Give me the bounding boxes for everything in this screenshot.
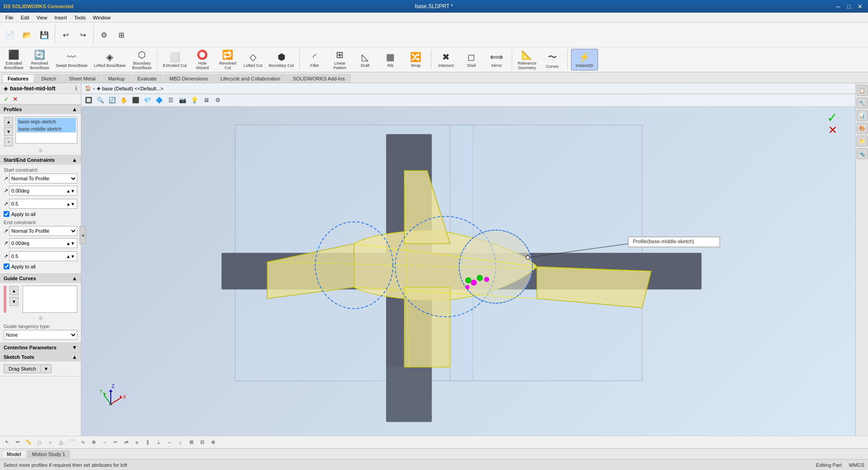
cancel-button[interactable]: ✕: [13, 95, 18, 103]
tab-features[interactable]: Features: [2, 74, 34, 83]
info-icon[interactable]: ℹ: [75, 85, 77, 92]
end-angle-stepper[interactable]: ▲▼: [66, 241, 75, 246]
sketch-tool-10[interactable]: →: [99, 437, 109, 447]
options-button[interactable]: ⊞: [113, 27, 129, 43]
profiles-list[interactable]: base-legs-sketch base-middle-sketch: [15, 117, 77, 144]
sketch-tool-3[interactable]: 📏: [24, 437, 33, 447]
menu-edit[interactable]: Edit: [17, 14, 33, 21]
intersect-button[interactable]: ✖ Intersect: [434, 49, 458, 70]
mirror-button[interactable]: ⟺ Mirror: [485, 49, 509, 70]
lofted-cut-button[interactable]: ◇ Lofted Cut: [241, 49, 265, 70]
guide-curves-list[interactable]: [23, 286, 77, 313]
sketch-tool-12[interactable]: ⇌: [121, 437, 131, 447]
cameras-button[interactable]: 📷: [177, 95, 188, 105]
instant3d-button[interactable]: ⚡ Instant3D: [571, 49, 598, 70]
tab-model[interactable]: Model: [2, 450, 26, 458]
menu-window[interactable]: Window: [90, 14, 114, 21]
tab-mbd-dimensions[interactable]: MBD Dimensions: [164, 74, 214, 83]
boundary-cut-button[interactable]: ⬢ Boundary Cut: [267, 49, 296, 70]
right-panel-btn1[interactable]: 📋: [857, 85, 868, 96]
menu-tools[interactable]: Tools: [71, 14, 90, 21]
sketch-tool-16[interactable]: ↔: [165, 437, 175, 447]
display-style-button[interactable]: ☰: [165, 95, 176, 105]
start-apply-all-checkbox[interactable]: [4, 211, 9, 217]
lofted-boss-base-button[interactable]: ◈ Lofted Boss/Base: [92, 49, 128, 70]
scene-button[interactable]: 🖥: [201, 95, 212, 105]
rotate-view-button[interactable]: 🔄: [107, 95, 118, 105]
tab-evaluate[interactable]: Evaluate: [132, 74, 163, 83]
menu-file[interactable]: File: [2, 14, 17, 21]
end-angle-input[interactable]: 0.00deg ▲▼: [9, 238, 77, 248]
view-settings-button[interactable]: ⚙: [212, 95, 223, 105]
guide-curves-collapse-icon[interactable]: ▲: [72, 275, 77, 282]
constraints-header[interactable]: Start/End Constraints ▲: [0, 155, 81, 164]
sketch-tool-5[interactable]: ○: [45, 437, 55, 447]
end-tangent-input[interactable]: 0.5 ▲▼: [9, 251, 77, 261]
guide-down-button[interactable]: ▼: [9, 297, 19, 306]
close-button[interactable]: ✕: [855, 2, 864, 11]
profiles-header[interactable]: Profiles ▲: [0, 105, 81, 114]
breadcrumb-home-icon[interactable]: 🏠: [85, 85, 91, 91]
sketch-tool-2[interactable]: ✏: [13, 437, 23, 447]
open-button[interactable]: 📂: [19, 27, 35, 43]
shell-button[interactable]: ◻ Shell: [460, 49, 483, 70]
sketch-tool-19[interactable]: ⊟: [197, 437, 207, 447]
sketch-tool-8[interactable]: ∿: [78, 437, 88, 447]
profile-up-button[interactable]: ▲: [4, 117, 13, 126]
start-constraint-select[interactable]: None Normal Profile Normal To Profile Di…: [9, 174, 77, 183]
profile-add-button[interactable]: +: [4, 137, 13, 146]
sketch-tools-collapse-icon[interactable]: ▲: [72, 354, 77, 360]
sketch-tool-6[interactable]: △: [56, 437, 66, 447]
end-apply-all-checkbox[interactable]: [4, 263, 9, 269]
breadcrumb[interactable]: 🏠 › ◈ base (Default) <<Default...>: [81, 83, 855, 94]
right-panel-btn5[interactable]: 📁: [857, 136, 868, 146]
swept-boss-base-button[interactable]: 〰 Swept Boss/Base: [53, 49, 90, 70]
revolved-cut-button[interactable]: 🔁 RevolvedCut: [216, 49, 240, 70]
zoom-to-fit-button[interactable]: 🔲: [83, 95, 94, 105]
maximize-button[interactable]: □: [844, 2, 854, 11]
sketch-tool-14[interactable]: ∥: [143, 437, 153, 447]
centerline-collapse-icon[interactable]: ▼: [72, 344, 77, 351]
fillet-button[interactable]: ◜ Fillet: [303, 49, 326, 70]
hole-wizard-button[interactable]: ⭕ HoleWizard: [191, 49, 214, 70]
tab-lifecycle[interactable]: Lifecycle and Collaboration: [215, 74, 286, 83]
guide-curves-header[interactable]: Guide Curves ▲: [0, 274, 81, 283]
start-angle-input[interactable]: 0.00deg ▲▼: [9, 186, 77, 196]
boundary-boss-base-button[interactable]: ⬡ BoundaryBoss/Base: [130, 49, 154, 70]
profiles-collapse-icon[interactable]: ▲: [72, 106, 77, 113]
end-tangent-stepper[interactable]: ▲▼: [66, 254, 75, 259]
profile-down-button[interactable]: ▼: [4, 127, 13, 136]
extruded-boss-base-button[interactable]: ⬛ ExtrudedBoss/Base: [2, 49, 26, 70]
linear-pattern-button[interactable]: ⊞ LinearPattern: [328, 49, 352, 70]
start-tangent-input[interactable]: 0.5 ▲▼: [9, 199, 77, 209]
right-panel-btn4[interactable]: 🎨: [857, 123, 868, 134]
reference-geometry-button[interactable]: 📐 ReferenceGeometry: [515, 49, 539, 70]
extruded-cut-button[interactable]: ⬜ Extruded Cut: [160, 49, 189, 70]
hidden-lines-button[interactable]: 🔷: [154, 95, 165, 105]
tab-addins[interactable]: SOLIDWORKS Add-Ins: [287, 74, 351, 83]
settings-button[interactable]: ⚙: [96, 27, 112, 43]
shaded-button[interactable]: 💎: [142, 95, 153, 105]
centerline-header[interactable]: Centerline Parameters ▼: [0, 343, 81, 352]
sketch-tool-7[interactable]: ⌒: [67, 437, 77, 447]
tab-sheet-metal[interactable]: Sheet Metal: [63, 74, 102, 83]
right-panel-btn3[interactable]: 📊: [857, 110, 868, 121]
new-button[interactable]: 📄: [2, 27, 18, 43]
lighting-button[interactable]: 💡: [189, 95, 200, 105]
constraints-collapse-icon[interactable]: ▲: [72, 157, 77, 163]
revolved-boss-base-button[interactable]: 🔄 RevolvedBoss/Base: [28, 49, 52, 70]
tab-motion-study[interactable]: Motion Study 1: [27, 450, 70, 458]
sketch-tool-9[interactable]: ⊕: [89, 437, 99, 447]
save-button[interactable]: 💾: [36, 27, 52, 43]
sketch-tool-20[interactable]: ⊗: [208, 437, 218, 447]
start-angle-stepper[interactable]: ▲▼: [66, 188, 75, 193]
zoom-in-button[interactable]: 🔍: [95, 95, 106, 105]
sketch-tool-17[interactable]: ↕: [175, 437, 185, 447]
redo-button[interactable]: ↪: [75, 27, 91, 43]
sketch-tool-13[interactable]: ≡: [132, 437, 142, 447]
guide-up-button[interactable]: ▲: [9, 286, 19, 295]
sketch-tool-1[interactable]: ↖: [2, 437, 12, 447]
tab-markup[interactable]: Markup: [102, 74, 131, 83]
tab-sketch[interactable]: Sketch: [35, 74, 62, 83]
curves-button[interactable]: 〜 Curves: [541, 49, 564, 70]
